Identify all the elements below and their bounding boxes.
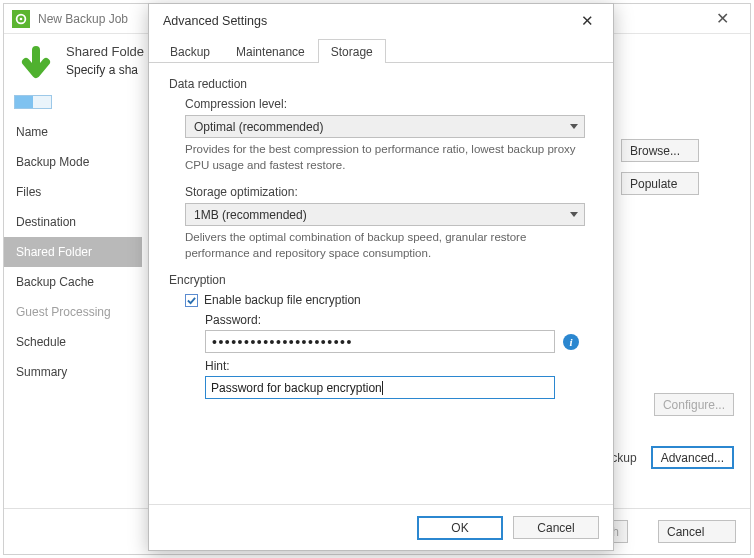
advanced-button[interactable]: Advanced... bbox=[651, 446, 734, 469]
chevron-down-icon bbox=[570, 124, 578, 129]
compression-combo[interactable]: Optimal (recommended) bbox=[185, 115, 585, 138]
password-label: Password: bbox=[205, 313, 595, 327]
close-icon[interactable]: ✕ bbox=[567, 7, 607, 35]
step-name[interactable]: Name bbox=[4, 117, 142, 147]
hint-input[interactable]: Password for backup encryption bbox=[205, 376, 555, 399]
dialog-tabs: Backup Maintenance Storage bbox=[149, 38, 613, 63]
configure-button: Configure... bbox=[654, 393, 734, 416]
tab-storage[interactable]: Storage bbox=[318, 39, 386, 63]
dialog-title: Advanced Settings bbox=[163, 14, 567, 28]
wizard-header-text: Shared Folde Specify a sha bbox=[66, 44, 144, 109]
wizard-cancel-button[interactable]: Cancel bbox=[658, 520, 736, 543]
tab-maintenance[interactable]: Maintenance bbox=[223, 39, 318, 63]
text-caret bbox=[382, 381, 383, 395]
chevron-down-icon bbox=[570, 212, 578, 217]
storage-opt-help: Delivers the optimal combination of back… bbox=[185, 230, 585, 261]
page-heading: Shared Folde bbox=[66, 44, 144, 59]
wizard-header-graphic bbox=[14, 44, 66, 109]
step-backup-mode[interactable]: Backup Mode bbox=[4, 147, 142, 177]
encryption-checkbox-row[interactable]: Enable backup file encryption bbox=[185, 293, 595, 307]
page-subheading: Specify a sha bbox=[66, 63, 144, 77]
step-files[interactable]: Files bbox=[4, 177, 142, 207]
wizard-steps: Name Backup Mode Files Destination Share… bbox=[4, 113, 142, 545]
advanced-settings-dialog: Advanced Settings ✕ Backup Maintenance S… bbox=[148, 3, 614, 551]
dialog-body: Data reduction Compression level: Optima… bbox=[149, 63, 613, 504]
populate-button[interactable]: Populate bbox=[621, 172, 699, 195]
encryption-checkbox[interactable] bbox=[185, 294, 198, 307]
compression-help: Provides for the best compression to per… bbox=[185, 142, 585, 173]
step-summary[interactable]: Summary bbox=[4, 357, 142, 387]
storage-opt-value: 1MB (recommended) bbox=[194, 208, 307, 222]
dialog-footer: OK Cancel bbox=[149, 504, 613, 550]
storage-opt-label: Storage optimization: bbox=[185, 185, 595, 199]
storage-opt-combo[interactable]: 1MB (recommended) bbox=[185, 203, 585, 226]
group-encryption: Encryption bbox=[169, 273, 595, 287]
ok-button[interactable]: OK bbox=[417, 516, 503, 540]
step-schedule[interactable]: Schedule bbox=[4, 327, 142, 357]
dialog-titlebar: Advanced Settings ✕ bbox=[149, 4, 613, 38]
step-shared-folder[interactable]: Shared Folder bbox=[4, 237, 142, 267]
encryption-checkbox-label: Enable backup file encryption bbox=[204, 293, 361, 307]
svg-point-1 bbox=[20, 17, 23, 20]
download-icon bbox=[14, 44, 58, 91]
hint-value: Password for backup encryption bbox=[211, 381, 382, 395]
hint-label: Hint: bbox=[205, 359, 595, 373]
app-icon bbox=[12, 10, 30, 28]
step-destination[interactable]: Destination bbox=[4, 207, 142, 237]
close-icon[interactable]: ✕ bbox=[702, 9, 742, 28]
password-input[interactable]: •••••••••••••••••••••• bbox=[205, 330, 555, 353]
group-data-reduction: Data reduction bbox=[169, 77, 595, 91]
progress-icon bbox=[14, 95, 52, 109]
compression-value: Optimal (recommended) bbox=[194, 120, 323, 134]
info-icon[interactable]: i bbox=[563, 334, 579, 350]
dialog-cancel-button[interactable]: Cancel bbox=[513, 516, 599, 539]
browse-button[interactable]: Browse... bbox=[621, 139, 699, 162]
tab-backup[interactable]: Backup bbox=[157, 39, 223, 63]
step-guest-processing[interactable]: Guest Processing bbox=[4, 297, 142, 327]
step-backup-cache[interactable]: Backup Cache bbox=[4, 267, 142, 297]
compression-label: Compression level: bbox=[185, 97, 595, 111]
